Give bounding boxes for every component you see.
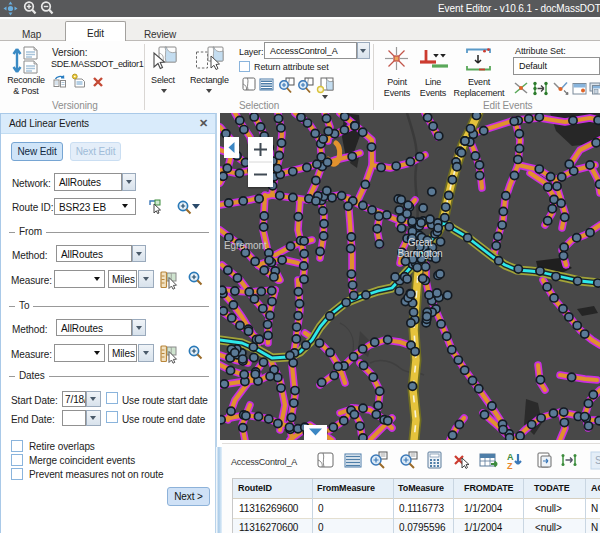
svg-text:Barrington: Barrington xyxy=(397,248,442,259)
svg-text:Egremont: Egremont xyxy=(224,240,267,251)
svg-text:Great: Great xyxy=(408,237,433,248)
svg-text:Z: Z xyxy=(507,461,513,471)
svg-text:S: S xyxy=(595,455,600,466)
